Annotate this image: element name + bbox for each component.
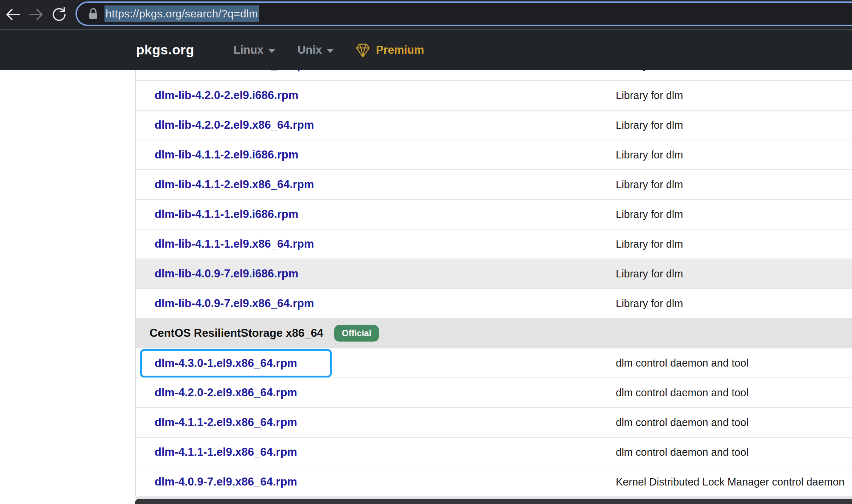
back-button[interactable] — [3, 5, 22, 24]
premium-label: Premium — [376, 44, 424, 57]
package-description: Library for dlm — [616, 208, 852, 220]
nav-dropdown-linux[interactable]: Linux — [233, 44, 275, 57]
table-row: dlm-4.1.1-2.el9.x86_64.rpm dlm control d… — [136, 407, 852, 437]
nav-unix-label: Unix — [298, 44, 322, 57]
package-link[interactable]: dlm-4.1.1-1.el9.x86_64.rpm — [155, 446, 297, 459]
caret-down-icon — [327, 49, 333, 53]
site-header: pkgs.org Linux Unix Premium — [0, 29, 852, 70]
table-row: dlm-4.2.0-2.el9.x86_64.rpm dlm control d… — [136, 377, 852, 407]
table-row: dlm-lib-4.1.1-1.el9.i686.rpm Library for… — [136, 199, 852, 229]
package-description: dlm control daemon and tool — [616, 417, 852, 429]
nav-linux-label: Linux — [233, 44, 263, 57]
forward-arrow-icon — [28, 7, 44, 22]
table-row: dlm-4.0.9-7.el9.x86_64.rpm Kernel Distri… — [136, 467, 852, 496]
table-row: dlm-lib-4.1.1-2.el9.i686.rpm Library for… — [136, 140, 852, 169]
package-link[interactable]: dlm-lib-4.1.1-1.el9.x86_64.rpm — [155, 237, 314, 251]
table-row: dlm-lib-4.0.9-7.el9.x86_64.rpm Library f… — [136, 288, 852, 318]
package-link[interactable]: dlm-4.2.0-2.el9.x86_64.rpm — [155, 386, 297, 399]
browser-toolbar: https://pkgs.org/search/?q=dlm — [0, 0, 852, 29]
forward-button[interactable] — [27, 5, 46, 24]
lock-icon[interactable] — [87, 7, 99, 21]
package-link[interactable]: dlm-lib-4.3.0-1.el9.x86_64.rpm — [155, 70, 314, 72]
table-row: dlm-lib-4.2.0-2.el9.i686.rpm Library for… — [136, 80, 852, 110]
package-description: Library for dlm — [616, 119, 852, 131]
gem-icon — [355, 41, 371, 59]
caret-down-icon — [269, 49, 275, 53]
search-results-table: dlm-lib-4.3.0-1.el9.x86_64.rpm Library f… — [135, 70, 852, 496]
footer-top-strip — [135, 496, 852, 499]
package-description: Kernel Distributed Lock Manager control … — [616, 476, 852, 488]
package-description: Library for dlm — [616, 268, 852, 280]
selection-outline-box: dlm-4.3.0-1.el9.x86_64.rpm — [140, 349, 332, 377]
reload-icon — [51, 6, 67, 23]
package-description: dlm control daemon and tool — [616, 357, 852, 369]
table-row: dlm-lib-4.1.1-1.el9.x86_64.rpm Library f… — [136, 229, 852, 259]
back-arrow-icon — [5, 7, 21, 22]
address-bar[interactable]: https://pkgs.org/search/?q=dlm — [75, 1, 852, 26]
package-link[interactable]: dlm-lib-4.0.9-7.el9.x86_64.rpm — [155, 297, 314, 310]
table-row-highlighted: dlm-4.3.0-1.el9.x86_64.rpm dlm control d… — [136, 348, 852, 377]
package-link[interactable]: dlm-lib-4.0.9-7.el9.i686.rpm — [155, 267, 298, 280]
package-link[interactable]: dlm-lib-4.1.1-2.el9.i686.rpm — [155, 148, 298, 161]
package-description: Library for dlm — [616, 70, 852, 71]
package-description: dlm control daemon and tool — [616, 387, 852, 399]
table-row: dlm-lib-4.2.0-2.el9.x86_64.rpm Library f… — [136, 110, 852, 140]
package-description: Library for dlm — [616, 90, 852, 102]
reload-button[interactable] — [50, 5, 69, 24]
package-link[interactable]: dlm-lib-4.1.1-2.el9.x86_64.rpm — [155, 178, 314, 191]
url-selected-text: https://pkgs.org/search/?q=dlm — [105, 5, 259, 22]
repo-section-title: CentOS ResilientStorage x86_64 — [149, 327, 323, 340]
package-link[interactable]: dlm-4.1.1-2.el9.x86_64.rpm — [155, 416, 297, 429]
package-description: Library for dlm — [616, 179, 852, 191]
package-link[interactable]: dlm-4.0.9-7.el9.x86_64.rpm — [155, 475, 297, 488]
nav-dropdown-unix[interactable]: Unix — [298, 44, 333, 57]
package-link[interactable]: dlm-lib-4.1.1-1.el9.i686.rpm — [155, 208, 298, 221]
site-logo[interactable]: pkgs.org — [136, 42, 194, 58]
package-description: Library for dlm — [616, 298, 852, 310]
table-row-partial: dlm-lib-4.3.0-1.el9.x86_64.rpm Library f… — [136, 70, 852, 80]
repo-section-header: CentOS ResilientStorage x86_64 Official — [136, 318, 852, 348]
package-link[interactable]: dlm-lib-4.2.0-2.el9.i686.rpm — [155, 89, 298, 102]
premium-link[interactable]: Premium — [355, 41, 424, 59]
package-description: Library for dlm — [616, 149, 852, 161]
package-link-selected[interactable]: dlm-4.3.0-1.el9.x86_64.rpm — [155, 357, 297, 370]
package-link[interactable]: dlm-lib-4.2.0-2.el9.x86_64.rpm — [155, 119, 314, 132]
table-row: dlm-4.1.1-1.el9.x86_64.rpm dlm control d… — [136, 437, 852, 467]
footer-bar — [135, 499, 852, 504]
table-row-hovered: dlm-lib-4.0.9-7.el9.i686.rpm Library for… — [136, 259, 852, 288]
official-badge: Official — [334, 325, 379, 342]
table-row: dlm-lib-4.1.1-2.el9.x86_64.rpm Library f… — [136, 169, 852, 199]
package-description: Library for dlm — [616, 238, 852, 250]
package-description: dlm control daemon and tool — [616, 446, 852, 458]
url-field[interactable]: https://pkgs.org/search/?q=dlm — [105, 8, 259, 20]
